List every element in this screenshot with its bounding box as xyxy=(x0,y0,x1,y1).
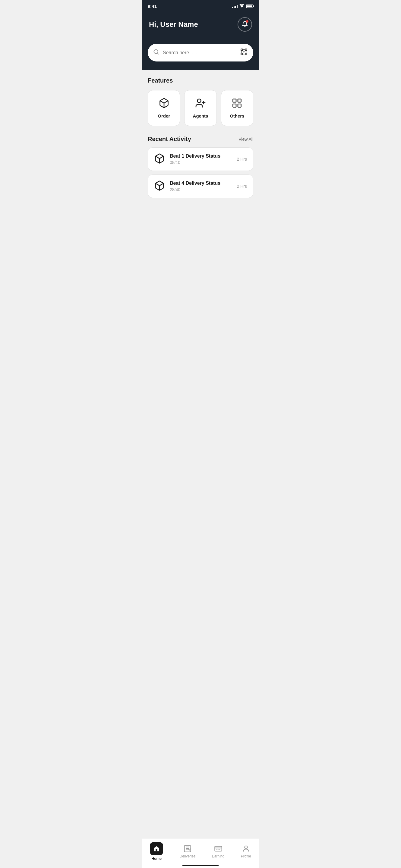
activity-card-2[interactable]: Beat 4 Delivery Status 28/40 2 Hrs xyxy=(148,175,253,198)
status-time: 9:41 xyxy=(148,4,157,9)
search-icon xyxy=(153,49,159,56)
recent-activity-header: Recent Activity View All xyxy=(148,135,253,143)
header: Hi, User Name xyxy=(142,11,259,44)
delivery-icon-2 xyxy=(154,180,165,192)
activity-subtitle-1: 08/10 xyxy=(170,160,232,165)
feature-card-others[interactable]: Others xyxy=(221,90,253,126)
notification-badge xyxy=(246,20,248,23)
svg-rect-2 xyxy=(241,49,242,50)
activity-card-1[interactable]: Beat 1 Delivery Status 08/10 2 Hrs xyxy=(148,147,253,171)
features-title: Features xyxy=(148,77,253,84)
view-all-button[interactable]: View All xyxy=(239,137,253,142)
svg-rect-5 xyxy=(245,53,247,55)
svg-line-1 xyxy=(157,53,159,54)
search-input[interactable] xyxy=(163,50,236,56)
recent-activity-title: Recent Activity xyxy=(148,135,191,143)
svg-rect-18 xyxy=(233,104,236,107)
order-label: Order xyxy=(158,113,170,119)
order-icon xyxy=(159,98,169,110)
search-bar xyxy=(148,44,253,61)
svg-point-13 xyxy=(197,99,201,103)
activity-info-2: Beat 4 Delivery Status 28/40 xyxy=(170,181,232,192)
search-section xyxy=(142,44,259,70)
wifi-icon xyxy=(239,4,244,8)
svg-rect-16 xyxy=(233,99,236,102)
agents-label: Agents xyxy=(193,113,208,119)
others-icon xyxy=(232,98,242,110)
activity-info-1: Beat 1 Delivery Status 08/10 xyxy=(170,153,232,165)
notification-button[interactable] xyxy=(238,17,252,32)
activity-subtitle-2: 28/40 xyxy=(170,187,232,192)
activity-time-2: 2 Hrs xyxy=(237,184,247,189)
status-bar: 9:41 xyxy=(142,0,259,11)
feature-card-order[interactable]: Order xyxy=(148,90,180,126)
feature-card-agents[interactable]: Agents xyxy=(184,90,216,126)
battery-icon xyxy=(246,4,253,8)
svg-rect-4 xyxy=(241,53,242,55)
agents-icon xyxy=(195,98,206,110)
features-grid: Order Agents xyxy=(148,90,253,126)
scan-icon[interactable] xyxy=(240,48,248,57)
svg-rect-19 xyxy=(238,104,241,107)
delivery-icon-1 xyxy=(154,153,165,165)
signal-icon xyxy=(232,4,238,8)
activity-title-1: Beat 1 Delivery Status xyxy=(170,153,232,159)
svg-rect-3 xyxy=(245,49,247,50)
others-label: Others xyxy=(230,113,244,119)
activity-time-1: 2 Hrs xyxy=(237,157,247,161)
svg-rect-17 xyxy=(238,99,241,102)
greeting-text: Hi, User Name xyxy=(149,20,198,29)
status-icons xyxy=(232,4,253,8)
activity-title-2: Beat 4 Delivery Status xyxy=(170,181,232,186)
main-content: Features Order Ag xyxy=(142,70,259,245)
